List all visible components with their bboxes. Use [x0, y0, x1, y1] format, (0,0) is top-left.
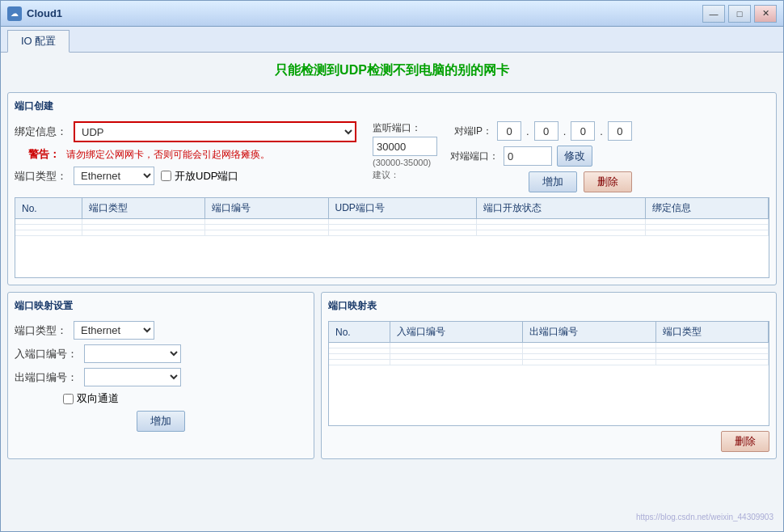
table-row-empty-1	[15, 219, 769, 225]
listen-port-label: 监听端口：	[373, 121, 421, 135]
port-table-area: No. 端口类型 端口编号 UDP端口号 端口开放状态 绑定信息	[15, 197, 769, 278]
port-table: No. 端口类型 端口编号 UDP端口号 端口开放状态 绑定信息	[15, 198, 769, 236]
map-col-no: No.	[329, 322, 390, 343]
mapping-table-area: No. 入端口编号 出端口编号 端口类型	[328, 321, 769, 426]
col-port-status: 端口开放状态	[477, 198, 646, 219]
minimize-button[interactable]: —	[702, 5, 725, 23]
watermark: https://blog.csdn.net/weixin_44309903	[636, 513, 773, 521]
mapping-table-section: 端口映射表 No. 入端口编号 出端口编号 端口类型	[321, 292, 777, 459]
in-port-label: 入端口编号：	[15, 347, 78, 361]
map-add-button[interactable]: 增加	[137, 411, 185, 432]
listen-port-input[interactable]: 30000	[373, 137, 437, 156]
title-bar-buttons: — □ ✕	[702, 5, 777, 23]
port-create-title: 端口创建	[15, 99, 769, 115]
warning-row: 警告： 请勿绑定公网网卡，否则可能会引起网络瘫痪。	[15, 147, 356, 162]
udp-port-label: 开放UDP端口	[175, 169, 238, 184]
listen-area: 监听端口： 30000 (30000-35000) 建议：	[373, 121, 437, 192]
bidirectional-text: 双向通道	[77, 391, 119, 406]
remote-ip-row: 对端IP： . . .	[450, 121, 632, 141]
map-row-empty-3	[329, 354, 769, 360]
udp-port-checkbox[interactable]	[161, 171, 171, 181]
binding-select[interactable]: UDP	[74, 121, 356, 142]
suggest-label: 建议：	[373, 169, 437, 181]
notice-text: 只能检测到UDP检测不到电脑的别的网卡	[7, 59, 777, 82]
map-port-type-label: 端口类型：	[15, 323, 67, 338]
modify-button[interactable]: 修改	[557, 146, 592, 167]
col-port-number: 端口编号	[205, 198, 328, 219]
main-content: 只能检测到UDP检测不到电脑的别的网卡 端口创建 绑定信息： UDP 警告：	[1, 53, 783, 531]
udp-port-checkbox-label[interactable]: 开放UDP端口	[161, 169, 238, 184]
mapping-table-body	[329, 343, 769, 365]
col-port-type: 端口类型	[82, 198, 204, 219]
action-buttons-row: 增加 删除	[450, 171, 632, 192]
bidirectional-checkbox[interactable]	[63, 394, 74, 404]
warning-text: 请勿绑定公网网卡，否则可能会引起网络瘫痪。	[66, 148, 270, 162]
map-port-type-select[interactable]: Ethernet	[74, 321, 154, 340]
map-col-out-port: 出端口编号	[523, 322, 656, 343]
remote-port-row: 对端端口： 修改	[450, 146, 632, 167]
mapping-table-title: 端口映射表	[328, 299, 769, 315]
delete-button[interactable]: 删除	[584, 171, 632, 192]
in-port-select[interactable]	[84, 344, 181, 363]
in-port-row: 入端口编号：	[15, 344, 307, 363]
tab-io-config[interactable]: IO 配置	[7, 30, 70, 53]
col-no: No.	[15, 198, 82, 219]
bidirectional-label[interactable]: 双向通道	[63, 391, 119, 406]
binding-label: 绑定信息：	[15, 125, 67, 139]
col-binding: 绑定信息	[645, 198, 768, 219]
maximize-button[interactable]: □	[728, 5, 751, 23]
left-form: 绑定信息： UDP 警告： 请勿绑定公网网卡，否则可能会引起网络瘫痪。 端口类型…	[15, 121, 356, 192]
out-port-label: 出端口编号：	[15, 370, 78, 385]
port-table-body	[15, 219, 769, 236]
map-delete-button[interactable]: 删除	[721, 431, 769, 452]
mapping-settings-title: 端口映射设置	[15, 299, 307, 315]
port-type-label: 端口类型：	[15, 169, 67, 184]
bottom-row: 端口映射设置 端口类型： Ethernet 入端口编号：	[7, 292, 777, 459]
map-delete-row: 删除	[328, 431, 769, 452]
mapping-table: No. 入端口编号 出端口编号 端口类型	[329, 322, 769, 365]
remote-port-label: 对端端口：	[450, 150, 499, 163]
remote-port-input[interactable]	[504, 146, 552, 166]
out-port-select[interactable]	[84, 368, 181, 386]
right-form: 监听端口： 30000 (30000-35000) 建议： 对端IP： .	[373, 121, 632, 192]
port-create-section: 端口创建 绑定信息： UDP 警告： 请勿绑定公网网卡，否则可能会引起网络瘫痪。	[7, 92, 777, 285]
map-row-empty-2	[329, 348, 769, 354]
table-row-empty-3	[15, 230, 769, 236]
warning-label: 警告：	[15, 147, 60, 162]
mapping-settings-section: 端口映射设置 端口类型： Ethernet 入端口编号：	[7, 292, 314, 459]
out-port-row: 出端口编号：	[15, 368, 307, 386]
map-col-in-port: 入端口编号	[390, 322, 523, 343]
port-create-inner: 绑定信息： UDP 警告： 请勿绑定公网网卡，否则可能会引起网络瘫痪。 端口类型…	[15, 121, 769, 192]
bidirectional-row: 双向通道	[15, 391, 307, 406]
table-row-empty-2	[15, 225, 769, 230]
remote-ip-2[interactable]	[534, 121, 558, 141]
listen-hint: (30000-35000)	[373, 158, 437, 167]
binding-row: 绑定信息： UDP	[15, 121, 356, 142]
app-icon: ☁	[7, 6, 22, 21]
tab-bar: IO 配置	[1, 27, 783, 53]
map-add-row: 增加	[15, 411, 307, 432]
add-button[interactable]: 增加	[529, 171, 577, 192]
remote-ip-label: 对端IP：	[450, 125, 492, 138]
remote-area: 对端IP： . . . 对端端口：	[450, 121, 632, 192]
port-type-row: 端口类型： Ethernet 开放UDP端口	[15, 167, 356, 185]
title-bar: ☁ Cloud1 — □ ✕	[1, 1, 783, 27]
remote-ip-3[interactable]	[571, 121, 595, 141]
col-udp-port: UDP端口号	[328, 198, 477, 219]
close-button[interactable]: ✕	[754, 5, 777, 23]
remote-ip-1[interactable]	[497, 121, 521, 141]
map-col-type: 端口类型	[655, 322, 768, 343]
map-row-empty-4	[329, 360, 769, 365]
window-title: Cloud1	[27, 7, 702, 19]
port-type-select[interactable]: Ethernet	[74, 167, 154, 185]
map-port-type-row: 端口类型： Ethernet	[15, 321, 307, 340]
map-row-empty-1	[329, 343, 769, 348]
remote-ip-4[interactable]	[608, 121, 632, 141]
